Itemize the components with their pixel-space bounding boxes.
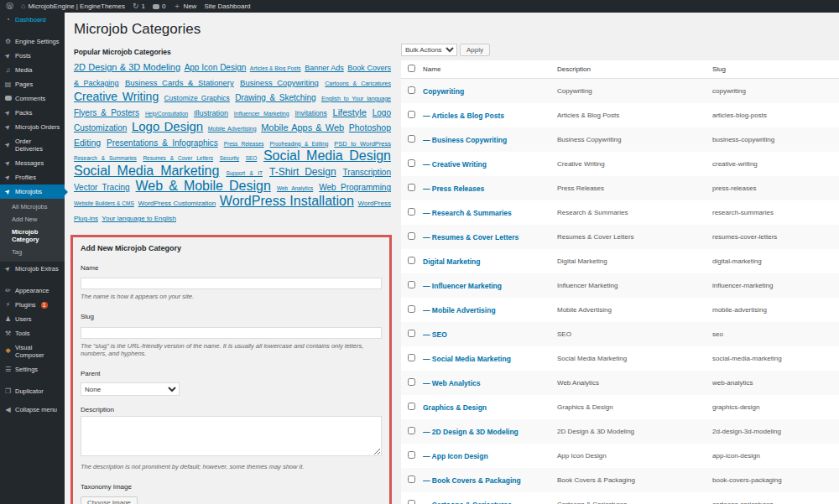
row-checkbox[interactable]	[408, 451, 415, 459]
category-name-link[interactable]: — Research & Summaries	[423, 209, 512, 217]
tag-seo[interactable]: SEO	[246, 155, 258, 161]
row-checkbox[interactable]	[408, 427, 415, 434]
category-name-link[interactable]: — Cartoons & Caricatures	[423, 501, 512, 504]
tag-research-summaries[interactable]: Research & Summaries	[74, 155, 137, 161]
category-name-link[interactable]: — 2D Design & 3D Modeling	[423, 428, 519, 436]
row-checkbox[interactable]	[408, 281, 415, 288]
category-name-link[interactable]: — Business Copywriting	[423, 136, 507, 144]
site-dashboard-menu[interactable]: Site Dashboard	[204, 3, 250, 10]
category-name-link[interactable]: — Articles & Blog Posts	[423, 112, 504, 120]
tag-resumes-cover-letters[interactable]: Resumes & Cover Letters	[143, 155, 213, 161]
tag-mobile-advertising[interactable]: Mobile Advertising	[208, 126, 257, 132]
tag-business-cards-stationery[interactable]: Business Cards & Stationery	[125, 78, 234, 87]
row-checkbox[interactable]	[408, 305, 415, 313]
name-input[interactable]	[81, 278, 382, 289]
tag-social-media-design[interactable]: Social Media Design	[263, 148, 391, 163]
category-name-link[interactable]: — Press Releases	[423, 184, 484, 193]
tag-creative-writing[interactable]: Creative Writing	[74, 90, 159, 103]
tag-2d-design-3d-modeling[interactable]: 2D Design & 3D Modeling	[74, 62, 180, 72]
sidebar-item-microjob-orders[interactable]: ➤Microjob Orders	[0, 120, 65, 134]
updates-menu[interactable]: ↻ 1	[133, 3, 145, 10]
category-name-link[interactable]: Graphics & Design	[423, 403, 487, 412]
tag-mobile-apps-web[interactable]: Mobile Apps & Web	[261, 122, 344, 132]
row-checkbox[interactable]	[408, 257, 415, 264]
choose-image-button[interactable]: Choose Image	[81, 496, 138, 504]
tag-security[interactable]: Security	[220, 155, 239, 161]
sidebar-item-microjob-extras[interactable]: ➤Microjob Extras	[0, 262, 65, 276]
sidebar-item-appearance[interactable]: ✏Appearance	[0, 283, 65, 298]
sidebar-item-duplicator[interactable]: ❐Duplicator	[0, 384, 65, 398]
tag-wordpress-customization[interactable]: WordPress Customization	[138, 200, 216, 207]
row-checkbox[interactable]	[408, 184, 415, 191]
tag-web-mobile-design[interactable]: Web & Mobile Design	[136, 179, 271, 193]
tag-wordpress-installation[interactable]: WordPress Installation	[220, 194, 354, 208]
comments-menu[interactable]: 0	[153, 3, 165, 10]
row-checkbox[interactable]	[408, 208, 415, 216]
tag-web-analytics[interactable]: Web Analytics	[277, 185, 313, 191]
row-checkbox[interactable]	[408, 378, 415, 386]
tag-logo-design[interactable]: Logo Design	[132, 119, 203, 133]
row-checkbox[interactable]	[408, 475, 415, 483]
tag-press-releases[interactable]: Press Releases	[224, 141, 264, 147]
submenu-item-add-new[interactable]: Add New	[0, 213, 65, 226]
apply-button[interactable]: Apply	[460, 44, 490, 56]
category-name-link[interactable]: — Social Media Marketing	[423, 355, 511, 363]
tag-t-shirt-design[interactable]: T-Shirt Design	[269, 166, 336, 178]
parent-select[interactable]: None	[81, 382, 180, 396]
new-content-menu[interactable]: ＋ New	[173, 3, 196, 10]
sidebar-item-tools[interactable]: ⚒Tools	[0, 326, 65, 340]
category-name-link[interactable]: — App Icon Design	[423, 452, 488, 460]
column-header-name[interactable]: Name	[420, 60, 554, 79]
tag-support-it[interactable]: Support & IT	[226, 170, 263, 176]
sidebar-item-comments[interactable]: Comments	[0, 91, 65, 106]
tag-invitations[interactable]: Invitations	[294, 109, 326, 117]
row-checkbox[interactable]	[408, 330, 415, 337]
description-textarea[interactable]	[81, 416, 382, 456]
tag-lifestyle[interactable]: Lifestyle	[333, 107, 367, 117]
tag-help-consultation[interactable]: Help/Consultation	[145, 111, 188, 117]
select-all-checkbox[interactable]	[408, 65, 415, 72]
column-header-slug[interactable]: Slug	[709, 60, 839, 79]
tag-articles-blog-posts[interactable]: Articles & Blog Posts	[250, 65, 301, 71]
sidebar-item-messages[interactable]: ➤Messages	[0, 156, 65, 170]
sidebar-item-order-deliveries[interactable]: ➤Order Deliveries	[0, 134, 65, 156]
tag-presentations-infographics[interactable]: Presentations & Infographics	[107, 138, 218, 148]
sidebar-item-profiles[interactable]: ➤Profiles	[0, 170, 65, 184]
tag-vector-tracing[interactable]: Vector Tracing	[74, 183, 130, 192]
category-name-link[interactable]: Copywriting	[423, 87, 464, 96]
tag-social-media-marketing[interactable]: Social Media Marketing	[74, 164, 219, 178]
tag-web-programming[interactable]: Web Programming	[319, 183, 391, 192]
tag-app-icon-design[interactable]: App Icon Design	[185, 63, 247, 72]
row-checkbox[interactable]	[408, 159, 415, 167]
category-name-link[interactable]: — Book Covers & Packaging	[423, 476, 521, 485]
sidebar-item-pages[interactable]: ▤Pages	[0, 77, 65, 91]
tag-proofreading-editing[interactable]: Proofreading & Editing	[269, 141, 328, 147]
tag-customize-graphics[interactable]: Customize Graphics	[164, 94, 229, 102]
sidebar-item-packs[interactable]: ➤Packs	[0, 106, 65, 120]
tag-transcription[interactable]: Transcription	[343, 168, 391, 177]
sidebar-item-engine-settings[interactable]: ⚙Engine Settings	[0, 34, 65, 49]
sidebar-item-posts[interactable]: ➤Posts	[0, 49, 65, 63]
category-name-link[interactable]: — Mobile Advertising	[423, 306, 496, 314]
row-checkbox[interactable]	[408, 232, 415, 240]
sidebar-item-users[interactable]: ♟Users	[0, 312, 65, 326]
tag-your-language-to-english[interactable]: Your language to English	[102, 215, 176, 222]
bulk-actions-select[interactable]: Bulk Actions	[401, 44, 457, 56]
tag-flyers-posters[interactable]: Flyers & Posters	[74, 108, 139, 117]
row-checkbox[interactable]	[408, 135, 415, 143]
submenu-item-all-microjobs[interactable]: All Microjobs	[0, 200, 65, 213]
site-name-menu[interactable]: ⌂ MicrojobEngine | EngineThemes	[21, 3, 125, 10]
tag-drawing-sketching[interactable]: Drawing & Sketching	[235, 93, 316, 102]
submenu-item-microjob-category[interactable]: Microjob Category	[0, 226, 65, 246]
row-checkbox[interactable]	[408, 354, 415, 361]
tag-banner-ads[interactable]: Banner Ads	[305, 64, 344, 72]
tag-cartoons-caricatures[interactable]: Cartoons & Caricatures	[325, 81, 391, 86]
category-name-link[interactable]: — Resumes & Cover Letters	[423, 233, 519, 242]
tag-english-to-your-language[interactable]: English to Your language	[321, 96, 391, 101]
category-name-link[interactable]: Digital Marketing	[423, 257, 480, 266]
wp-logo-menu[interactable]: Ⓦ	[6, 3, 13, 10]
tag-illustration[interactable]: Illustration	[194, 109, 228, 117]
row-checkbox[interactable]	[408, 403, 415, 410]
sidebar-item-collapse-menu[interactable]: ◀Collapse menu	[0, 403, 65, 417]
tag-business-copywriting[interactable]: Business Copywriting	[240, 78, 319, 87]
